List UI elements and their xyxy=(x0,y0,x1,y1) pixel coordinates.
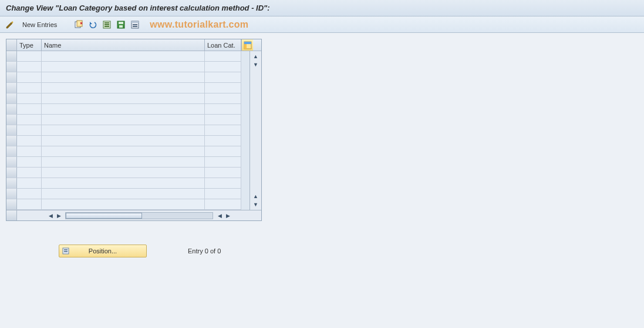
table-row[interactable] xyxy=(6,178,249,189)
select-block-icon[interactable] xyxy=(130,19,140,30)
cell-type[interactable] xyxy=(17,168,42,178)
cell-type[interactable] xyxy=(17,93,42,104)
cell-type[interactable] xyxy=(17,83,42,93)
vertical-scrollbar[interactable]: ▲ ▼ ▲ ▼ xyxy=(249,51,261,210)
save-icon[interactable] xyxy=(116,19,126,30)
cell-loan-cat[interactable] xyxy=(205,115,241,125)
cell-name[interactable] xyxy=(42,136,205,146)
row-selector[interactable] xyxy=(6,104,17,115)
table-row[interactable] xyxy=(6,136,249,146)
row-selector[interactable] xyxy=(6,93,17,104)
copy-as-icon[interactable] xyxy=(73,19,84,30)
cell-type[interactable] xyxy=(17,178,42,189)
cell-name[interactable] xyxy=(42,199,205,210)
scroll-left-icon[interactable]: ◀ xyxy=(46,212,55,220)
cell-name[interactable] xyxy=(42,146,205,157)
cell-loan-cat[interactable] xyxy=(205,104,241,115)
cell-type[interactable] xyxy=(17,115,42,125)
table-settings-icon[interactable] xyxy=(241,39,253,51)
table-row[interactable] xyxy=(6,157,249,168)
cell-name[interactable] xyxy=(42,51,205,62)
cell-loan-cat[interactable] xyxy=(205,199,241,210)
row-selector[interactable] xyxy=(6,136,17,146)
row-selector[interactable] xyxy=(6,51,17,62)
cell-loan-cat[interactable] xyxy=(205,93,241,104)
table-row[interactable] xyxy=(6,104,249,115)
table-row[interactable] xyxy=(6,83,249,93)
table-row[interactable] xyxy=(6,62,249,72)
cell-name[interactable] xyxy=(42,157,205,168)
cell-name[interactable] xyxy=(42,93,205,104)
scroll-right-icon[interactable]: ▶ xyxy=(224,212,232,220)
table-row[interactable] xyxy=(6,168,249,178)
table-row[interactable] xyxy=(6,146,249,157)
cell-type[interactable] xyxy=(17,199,42,210)
column-header-name[interactable]: Name xyxy=(42,39,205,51)
row-selector[interactable] xyxy=(6,62,17,72)
cell-type[interactable] xyxy=(17,157,42,168)
cell-loan-cat[interactable] xyxy=(205,51,241,62)
scroll-down-icon[interactable]: ▼ xyxy=(252,61,260,69)
row-selector[interactable] xyxy=(6,72,17,83)
horizontal-scroll-track[interactable] xyxy=(65,212,213,219)
cell-name[interactable] xyxy=(42,104,205,115)
cell-name[interactable] xyxy=(42,168,205,178)
cell-name[interactable] xyxy=(42,189,205,199)
vertical-scroll-track[interactable] xyxy=(252,70,260,191)
table-row[interactable] xyxy=(6,199,249,210)
scroll-left-icon[interactable]: ◀ xyxy=(215,212,224,220)
cell-loan-cat[interactable] xyxy=(205,146,241,157)
table-row[interactable] xyxy=(6,51,249,62)
cell-name[interactable] xyxy=(42,83,205,93)
cell-type[interactable] xyxy=(17,125,42,136)
cell-name[interactable] xyxy=(42,62,205,72)
column-header-loan-cat[interactable]: Loan Cat. xyxy=(205,39,241,51)
cell-type[interactable] xyxy=(17,51,42,62)
row-selector[interactable] xyxy=(6,199,17,210)
row-selector[interactable] xyxy=(6,168,17,178)
cell-type[interactable] xyxy=(17,62,42,72)
cell-type[interactable] xyxy=(17,104,42,115)
table-row[interactable] xyxy=(6,189,249,199)
cell-loan-cat[interactable] xyxy=(205,72,241,83)
cell-name[interactable] xyxy=(42,178,205,189)
row-selector[interactable] xyxy=(6,157,17,168)
cell-name[interactable] xyxy=(42,72,205,83)
cell-name[interactable] xyxy=(42,115,205,125)
cell-loan-cat[interactable] xyxy=(205,62,241,72)
cell-type[interactable] xyxy=(17,72,42,83)
cell-type[interactable] xyxy=(17,146,42,157)
cell-loan-cat[interactable] xyxy=(205,178,241,189)
scroll-right-icon[interactable]: ▶ xyxy=(55,212,63,220)
cell-loan-cat[interactable] xyxy=(205,157,241,168)
column-header-type[interactable]: Type xyxy=(17,39,42,51)
cell-loan-cat[interactable] xyxy=(205,136,241,146)
horizontal-scrollbar[interactable]: ◀ ▶ ◀ ▶ xyxy=(6,210,261,220)
row-selector[interactable] xyxy=(6,115,17,125)
cell-loan-cat[interactable] xyxy=(205,83,241,93)
row-selector[interactable] xyxy=(6,125,17,136)
new-entries-button[interactable]: New Entries xyxy=(19,20,60,29)
row-selector[interactable] xyxy=(6,146,17,157)
toggle-change-icon[interactable] xyxy=(5,19,15,30)
cell-name[interactable] xyxy=(42,125,205,136)
cell-loan-cat[interactable] xyxy=(205,125,241,136)
table-row[interactable] xyxy=(6,115,249,125)
row-selector[interactable] xyxy=(6,189,17,199)
select-all-icon[interactable] xyxy=(102,19,112,30)
scroll-up-icon[interactable]: ▲ xyxy=(252,192,260,200)
row-selector-header[interactable] xyxy=(6,39,17,51)
horizontal-scroll-thumb[interactable] xyxy=(66,213,142,219)
row-selector[interactable] xyxy=(6,83,17,93)
cell-loan-cat[interactable] xyxy=(205,168,241,178)
undo-change-icon[interactable] xyxy=(87,19,98,30)
table-row[interactable] xyxy=(6,93,249,104)
table-row[interactable] xyxy=(6,125,249,136)
table-row[interactable] xyxy=(6,72,249,83)
row-selector[interactable] xyxy=(6,178,17,189)
scroll-down-icon[interactable]: ▼ xyxy=(252,200,260,209)
cell-type[interactable] xyxy=(17,136,42,146)
position-button[interactable]: Position... xyxy=(59,245,147,257)
scroll-up-icon[interactable]: ▲ xyxy=(252,52,260,61)
cell-type[interactable] xyxy=(17,189,42,199)
